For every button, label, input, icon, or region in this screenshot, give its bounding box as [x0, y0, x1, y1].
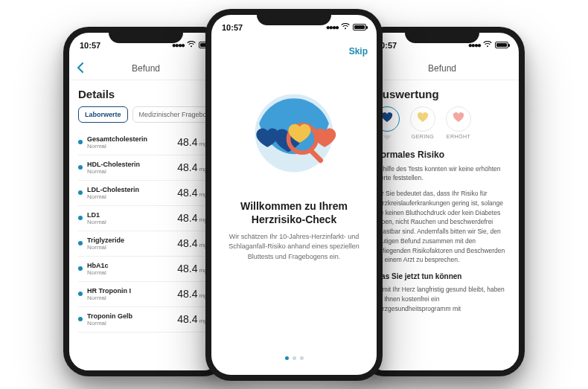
nav-title: Befund — [132, 63, 160, 74]
status-dot-icon — [78, 216, 83, 220]
lab-value: 48.4 — [177, 136, 197, 148]
page-dot-icon — [300, 356, 304, 360]
signal-icon: ●●●● — [326, 23, 338, 31]
lab-status: Normal — [87, 219, 106, 225]
lab-row: TriglyzerideNormal 48.4mg/dl — [78, 231, 214, 257]
lab-status: Normal — [87, 143, 147, 150]
status-time: 10:57 — [80, 41, 100, 50]
lab-status: Normal — [87, 269, 109, 276]
lab-name: HDL-Cholesterin — [87, 161, 140, 168]
nav-bar: Befund — [365, 58, 519, 80]
device-notch — [405, 27, 479, 43]
status-dot-icon — [78, 190, 83, 195]
battery-icon — [353, 24, 366, 30]
lab-value: 48.4 — [177, 237, 197, 249]
lab-value: 48.4 — [177, 288, 197, 300]
risk-badge-label: GERING — [412, 134, 435, 139]
status-dot-icon — [78, 292, 83, 296]
lab-row: HDL-CholesterinNormal 48.4mg/dl — [78, 155, 214, 181]
page-dot-icon — [293, 356, 296, 360]
lab-value: 48.4 — [177, 161, 197, 173]
battery-icon — [495, 42, 508, 48]
welcome-illustration-icon — [238, 77, 350, 189]
status-dot-icon — [78, 266, 83, 271]
wifi-icon — [483, 41, 492, 49]
welcome-title: Willkommen zu Ihrem Herzrisiko-Check — [225, 199, 363, 226]
section-title-auswertung: Auswertung — [374, 88, 510, 100]
status-dot-icon — [78, 241, 83, 245]
lab-row: LDL-CholesterinNormal 48.4mg/dl — [78, 181, 214, 206]
tab-laborwerte[interactable]: Laborwerte — [78, 106, 128, 123]
wifi-icon — [341, 23, 350, 31]
device-notch — [109, 27, 183, 43]
page-dot-icon — [285, 356, 289, 360]
heart-icon — [381, 112, 393, 125]
risk-heading: Normales Risiko — [374, 150, 510, 160]
lab-name: LD1 — [87, 211, 106, 219]
status-dot-icon — [78, 165, 83, 170]
heart-icon — [453, 112, 464, 125]
lab-status: Normal — [87, 320, 132, 327]
lab-row: HR Troponin INormal 48.4mg/dl — [78, 282, 214, 307]
lab-name: Troponin Gelb — [87, 312, 132, 320]
risk-paragraph: Für Sie bedeutet das, dass Ihr Risiko fü… — [374, 189, 510, 265]
back-button[interactable] — [77, 62, 84, 75]
risk-badge-label: ERHÖHT — [447, 134, 471, 139]
status-dot-icon — [78, 317, 83, 321]
lab-row: GesamtcholesterinNormal 48.4mg/dl — [78, 130, 214, 155]
section-subheading: Was Sie jetzt tun können — [374, 271, 510, 282]
risk-paragraph: Damit Ihr Herz langfristig gesund bleibt… — [374, 285, 510, 313]
risk-body: Mithilfe des Tests konnten wir keine erh… — [374, 164, 510, 314]
skip-button[interactable]: Skip — [349, 46, 368, 57]
nav-title: Befund — [428, 63, 456, 74]
risk-badges: GERING ERHÖHT — [374, 106, 510, 139]
lab-name: HR Troponin I — [87, 287, 131, 295]
lab-value: 48.4 — [177, 187, 197, 199]
lab-row: HbA1cNormal 48.4mg/dl — [78, 257, 214, 282]
lab-row: Troponin GelbNormal 48.4mg/dl — [78, 307, 214, 332]
lab-status: Normal — [87, 244, 124, 251]
lab-value: 48.4 — [177, 313, 197, 325]
wifi-icon — [187, 41, 196, 49]
lab-status: Normal — [87, 193, 139, 200]
page-indicator — [285, 347, 304, 360]
lab-name: LDL-Cholesterin — [87, 186, 139, 193]
status-time: 10:57 — [222, 23, 243, 32]
lab-name: HbA1c — [87, 262, 109, 269]
device-notch — [257, 9, 331, 25]
lab-row: LD1Normal 48.4mg/dl — [78, 206, 214, 231]
lab-list: GesamtcholesterinNormal 48.4mg/dl HDL-Ch… — [78, 130, 214, 332]
heart-icon — [417, 112, 429, 125]
risk-badge-erhoht[interactable] — [446, 106, 471, 132]
welcome-description: Wir schätzen Ihr 10-Jahres-Herzinfarkt- … — [225, 232, 363, 263]
status-dot-icon — [78, 140, 83, 144]
lab-status: Normal — [87, 295, 131, 301]
risk-badge-gering[interactable] — [410, 106, 435, 132]
lab-value: 48.4 — [177, 263, 197, 274]
nav-bar: Befund — [69, 58, 223, 80]
lab-status: Normal — [87, 168, 140, 175]
nav-bar: Skip — [211, 40, 377, 62]
section-title-details: Details — [78, 88, 214, 100]
lab-name: Gesamtcholesterin — [87, 135, 147, 143]
risk-paragraph: Mithilfe des Tests konnten wir keine erh… — [374, 164, 510, 184]
lab-name: Triglyzeride — [87, 237, 124, 244]
lab-value: 48.4 — [177, 212, 197, 224]
tabs: Laborwerte Medizinischer Fragebogen — [78, 106, 214, 123]
